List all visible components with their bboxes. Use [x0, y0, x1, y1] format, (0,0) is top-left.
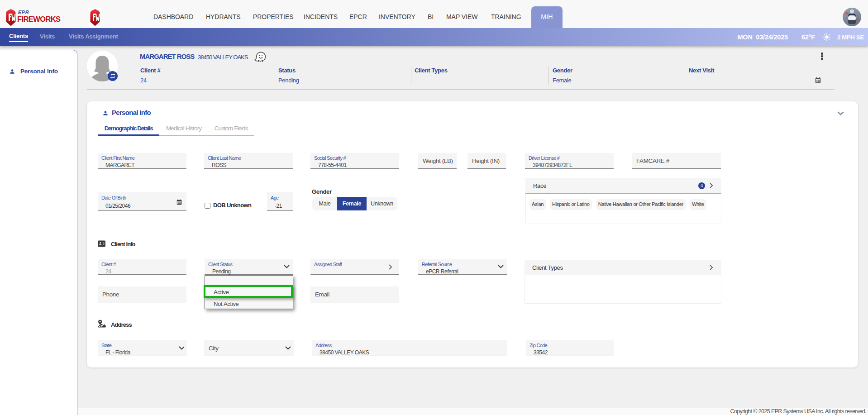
svg-text:FIREWORKS: FIREWORKS	[17, 15, 61, 23]
svg-text:EPR: EPR	[18, 10, 29, 15]
